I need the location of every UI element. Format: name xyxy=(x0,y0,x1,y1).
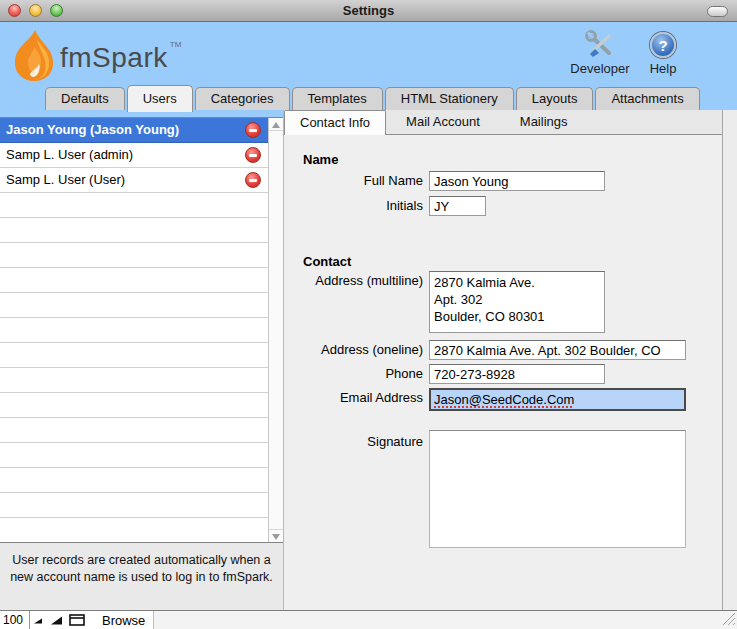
help-label: Help xyxy=(625,61,701,76)
mode-selector[interactable]: Browse xyxy=(102,613,145,628)
list-item-empty xyxy=(0,443,283,468)
tab-templates[interactable]: Templates xyxy=(292,87,383,110)
address-multiline-field[interactable]: 2870 Kalmia Ave. Apt. 302 Boulder, CO 80… xyxy=(429,271,605,333)
main-tabs: Defaults Users Categories Templates HTML… xyxy=(45,85,702,110)
help-icon: ? xyxy=(650,32,676,58)
list-item-empty xyxy=(0,418,283,443)
traffic-lights xyxy=(8,4,63,17)
delete-icon[interactable] xyxy=(245,147,261,163)
tab-users[interactable]: Users xyxy=(127,85,193,112)
zoom-in-icon[interactable] xyxy=(47,611,66,629)
signature-label: Signature xyxy=(284,430,429,454)
sub-tabs: Contact Info Mail Account Mailings xyxy=(284,110,722,135)
minimize-button[interactable] xyxy=(29,4,42,17)
app-logo: fmSpark TM xyxy=(8,28,181,88)
list-item-empty xyxy=(0,193,283,218)
tab-categories[interactable]: Categories xyxy=(195,87,290,110)
list-item-empty xyxy=(0,218,283,243)
scroll-up-icon[interactable] xyxy=(269,118,283,131)
list-item-empty xyxy=(0,493,283,518)
contact-section-header: Contact xyxy=(303,254,351,269)
subtab-contact-info[interactable]: Contact Info xyxy=(284,110,386,135)
help-button[interactable]: ? Help xyxy=(625,30,701,76)
tab-html-stationery[interactable]: HTML Stationery xyxy=(385,87,514,110)
resize-grip-icon[interactable] xyxy=(722,612,736,629)
status-area-toggle-icon[interactable] xyxy=(66,611,88,629)
list-item-empty xyxy=(0,243,283,268)
list-item-label: Jason Young (Jason Young) xyxy=(6,122,179,137)
phone-field[interactable] xyxy=(429,364,605,384)
list-item-empty xyxy=(0,318,283,343)
address-oneline-label: Address (oneline) xyxy=(284,340,429,360)
tab-defaults[interactable]: Defaults xyxy=(45,87,125,110)
phone-label: Phone xyxy=(284,364,429,384)
address-multiline-label: Address (multiline) xyxy=(284,271,429,291)
email-value: Jason@SeedCode.Com xyxy=(434,392,574,407)
settings-window: Settings fmSpark TM xyxy=(0,0,737,629)
zoom-window-button[interactable] xyxy=(50,4,63,17)
toolbar-toggle-button[interactable] xyxy=(707,6,728,17)
address-oneline-field[interactable] xyxy=(429,340,686,360)
list-item-label: Samp L. User (User) xyxy=(6,172,125,187)
header: fmSpark TM Developer ? Help Defaults Us xyxy=(0,22,737,110)
user-list-panel: Jason Young (Jason Young) Samp L. User (… xyxy=(0,110,283,610)
list-item-empty xyxy=(0,393,283,418)
zoom-out-icon[interactable] xyxy=(30,611,47,629)
logo-trademark: TM xyxy=(170,40,182,49)
status-bar: 100 Browse xyxy=(0,610,737,629)
flame-icon xyxy=(8,28,60,88)
user-list-note: User records are created automatically w… xyxy=(0,543,283,610)
list-item-empty xyxy=(0,343,283,368)
close-button[interactable] xyxy=(8,4,21,17)
list-item-empty xyxy=(0,468,283,493)
list-item-label: Samp L. User (admin) xyxy=(6,147,133,162)
zoom-level[interactable]: 100 xyxy=(0,611,30,629)
list-item[interactable]: Samp L. User (admin) xyxy=(0,143,283,168)
logo-text: fmSpark xyxy=(60,42,168,74)
initials-label: Initials xyxy=(284,196,429,216)
full-name-label: Full Name xyxy=(284,171,429,191)
tab-layouts[interactable]: Layouts xyxy=(516,87,594,110)
email-field[interactable]: Jason@SeedCode.Com xyxy=(429,388,686,411)
subtab-mailings[interactable]: Mailings xyxy=(500,110,588,134)
delete-icon[interactable] xyxy=(245,172,261,188)
list-item-empty xyxy=(0,368,283,393)
detail-pane: Contact Info Mail Account Mailings Name … xyxy=(283,110,723,610)
scroll-down-icon[interactable] xyxy=(269,529,283,542)
delete-icon[interactable] xyxy=(245,122,261,138)
user-list: Jason Young (Jason Young) Samp L. User (… xyxy=(0,117,283,543)
list-item[interactable]: Samp L. User (User) xyxy=(0,168,283,193)
list-item[interactable]: Jason Young (Jason Young) xyxy=(0,118,283,143)
signature-field[interactable] xyxy=(429,430,686,548)
window-title: Settings xyxy=(0,3,737,18)
title-bar[interactable]: Settings xyxy=(0,0,737,22)
full-name-field[interactable] xyxy=(429,171,605,191)
list-scrollbar[interactable] xyxy=(268,118,283,542)
list-item-empty xyxy=(0,293,283,318)
initials-field[interactable] xyxy=(429,196,486,216)
status-controls: 100 Browse xyxy=(0,611,154,629)
list-item-empty xyxy=(0,268,283,293)
subtab-mail-account[interactable]: Mail Account xyxy=(386,110,500,134)
list-item-empty xyxy=(0,518,283,543)
name-section-header: Name xyxy=(303,152,338,167)
email-label: Email Address xyxy=(284,388,429,408)
tab-attachments[interactable]: Attachments xyxy=(595,87,699,110)
